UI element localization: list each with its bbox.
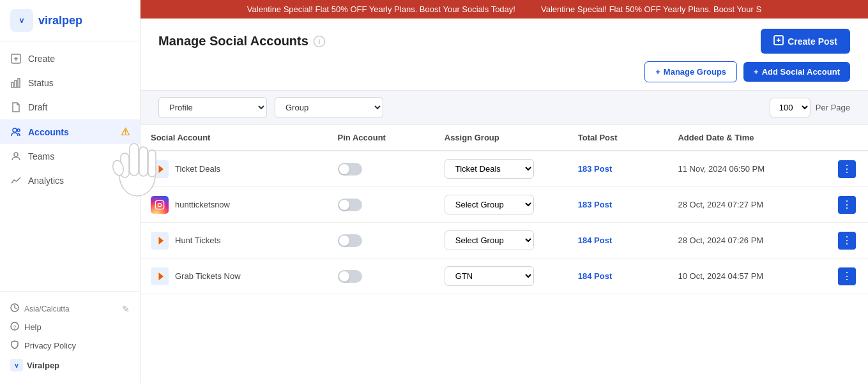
toggle-knob xyxy=(339,164,349,174)
toggle-knob xyxy=(339,236,349,246)
action-button[interactable]: ⋮ xyxy=(838,196,856,214)
help-row[interactable]: ? Help xyxy=(10,318,130,336)
total-post-cell: 184 Post xyxy=(568,259,668,294)
svg-point-10 xyxy=(14,153,18,156)
promo-banner: Valentine Special! Flat 50% OFF Yearly P… xyxy=(141,0,868,19)
added-date: 11 Nov, 2024 06:50 PM xyxy=(678,164,765,174)
group-select-3[interactable]: Select GroupTicket DealsGTNHunt Tickets xyxy=(445,266,534,286)
logo-icon: v xyxy=(10,9,33,32)
create-post-icon xyxy=(773,35,784,47)
viralpep-brand: v Viralpep xyxy=(10,355,130,375)
plus-icon-manage: + xyxy=(655,67,660,77)
info-icon[interactable]: i xyxy=(314,36,325,47)
sidebar-nav: Create Status Draft xyxy=(0,41,140,291)
post-count[interactable]: 184 Post xyxy=(578,271,612,281)
added-date-cell: 10 Oct, 2024 04:57 PM xyxy=(667,259,828,294)
timezone-label: Asia/Calcutta xyxy=(24,304,70,313)
assign-group-cell: Select GroupTicket DealsGTNHunt Tickets xyxy=(434,223,568,259)
sidebar-item-status-label: Status xyxy=(28,78,54,88)
per-page-select[interactable]: 102550100 xyxy=(770,98,811,117)
logo-text: viralpep xyxy=(38,14,82,27)
action-button[interactable]: ⋮ xyxy=(838,160,856,178)
table-row: Hunt Tickets Select GroupTicket DealsGTN… xyxy=(141,223,868,259)
added-date-cell: 28 Oct, 2024 07:27 PM xyxy=(667,187,828,223)
instagram-icon xyxy=(151,196,169,214)
svg-rect-7 xyxy=(18,79,20,87)
sidebar-item-create[interactable]: Create xyxy=(0,47,140,71)
manage-groups-button[interactable]: + Manage Groups xyxy=(644,61,737,82)
action-cell: ⋮ xyxy=(828,151,868,187)
sidebar-bottom: Asia/Calcutta ✎ ? Help Privacy Policy v … xyxy=(0,291,140,383)
post-count[interactable]: 183 Post xyxy=(578,200,612,209)
col-assign-group: Assign Group xyxy=(434,125,568,151)
timezone-row[interactable]: Asia/Calcutta ✎ xyxy=(10,299,130,318)
table-row: Ticket Deals Select GroupTicket DealsGTN… xyxy=(141,151,868,187)
facebook-page-icon xyxy=(151,267,169,285)
sidebar-item-draft[interactable]: Draft xyxy=(0,95,140,119)
sidebar-logo: v viralpep xyxy=(0,0,140,41)
post-count[interactable]: 183 Post xyxy=(578,164,612,174)
social-account-cell: Hunt Tickets xyxy=(141,223,328,259)
sidebar-item-status[interactable]: Status xyxy=(0,71,140,95)
privacy-row[interactable]: Privacy Policy xyxy=(10,336,130,355)
pin-toggle[interactable] xyxy=(338,163,362,176)
svg-rect-19 xyxy=(155,200,164,209)
create-post-button[interactable]: Create Post xyxy=(761,29,850,54)
pin-account-cell xyxy=(328,259,434,294)
per-page-label: Per Page xyxy=(816,103,850,112)
toggle-knob xyxy=(339,271,349,282)
added-date-cell: 28 Oct, 2024 07:26 PM xyxy=(667,223,828,259)
users-icon xyxy=(10,126,22,138)
col-added-date: Added Date & Time xyxy=(667,125,828,151)
group-select-1[interactable]: Select GroupTicket DealsGTNHunt Tickets xyxy=(445,195,534,214)
added-date: 10 Oct, 2024 04:57 PM xyxy=(678,271,763,281)
profile-filter[interactable]: Profile xyxy=(158,97,267,118)
sidebar-item-accounts[interactable]: Accounts ⚠ xyxy=(0,119,140,144)
action-button[interactable]: ⋮ xyxy=(838,232,856,250)
group-select-2[interactable]: Select GroupTicket DealsGTNHunt Tickets xyxy=(445,230,534,250)
sidebar-item-analytics[interactable]: Analytics xyxy=(0,169,140,193)
assign-group-cell: Select GroupTicket DealsGTNHunt Tickets xyxy=(434,151,568,187)
brand-label: Viralpep xyxy=(27,361,59,370)
banner-text-2: Valentine Special! Flat 50% OFF Yearly P… xyxy=(541,4,761,14)
page-header: Manage Social Accounts i Create Post + M… xyxy=(141,19,868,91)
sidebar-item-create-label: Create xyxy=(28,54,55,64)
facebook-page-icon xyxy=(151,160,169,178)
social-account-cell: huntticketsnow xyxy=(141,187,328,223)
sidebar-item-accounts-label: Accounts xyxy=(28,127,69,137)
group-filter[interactable]: Group xyxy=(275,97,383,118)
pin-account-cell xyxy=(328,223,434,259)
group-select-0[interactable]: Select GroupTicket DealsGTNHunt Tickets xyxy=(445,159,534,179)
add-social-label: Add Social Account xyxy=(762,67,840,77)
privacy-label: Privacy Policy xyxy=(24,341,76,350)
pin-toggle[interactable] xyxy=(338,199,362,211)
accounts-table-container: Social Account Pin Account Assign Group … xyxy=(141,125,868,383)
page-title: Manage Social Accounts xyxy=(158,34,308,49)
main-content: Valentine Special! Flat 50% OFF Yearly P… xyxy=(141,0,868,383)
pin-account-cell xyxy=(328,151,434,187)
pin-toggle[interactable] xyxy=(338,270,362,283)
banner-text-1: Valentine Special! Flat 50% OFF Yearly P… xyxy=(247,4,515,14)
facebook-page-icon xyxy=(151,232,169,250)
create-post-label: Create Post xyxy=(788,36,837,47)
edit-icon[interactable]: ✎ xyxy=(122,304,130,314)
pin-toggle[interactable] xyxy=(338,234,362,247)
add-social-button[interactable]: + Add Social Account xyxy=(743,62,850,82)
bar-chart-icon xyxy=(10,77,22,89)
plus-square-icon xyxy=(10,53,22,64)
svg-point-9 xyxy=(17,129,20,131)
privacy-icon xyxy=(10,340,19,351)
svg-text:v: v xyxy=(20,16,24,25)
action-button[interactable]: ⋮ xyxy=(838,267,856,285)
table-header-row: Social Account Pin Account Assign Group … xyxy=(141,125,868,151)
warning-icon: ⚠ xyxy=(121,126,130,138)
team-icon xyxy=(10,151,22,162)
brand-logo-small: v xyxy=(10,359,23,372)
added-date: 28 Oct, 2024 07:27 PM xyxy=(678,200,763,209)
assign-group-cell: Select GroupTicket DealsGTNHunt Tickets xyxy=(434,259,568,294)
svg-point-21 xyxy=(162,202,162,202)
svg-rect-6 xyxy=(15,80,17,87)
sidebar-item-teams[interactable]: Teams xyxy=(0,144,140,169)
post-count[interactable]: 184 Post xyxy=(578,236,612,245)
sidebar-item-analytics-label: Analytics xyxy=(28,176,64,186)
